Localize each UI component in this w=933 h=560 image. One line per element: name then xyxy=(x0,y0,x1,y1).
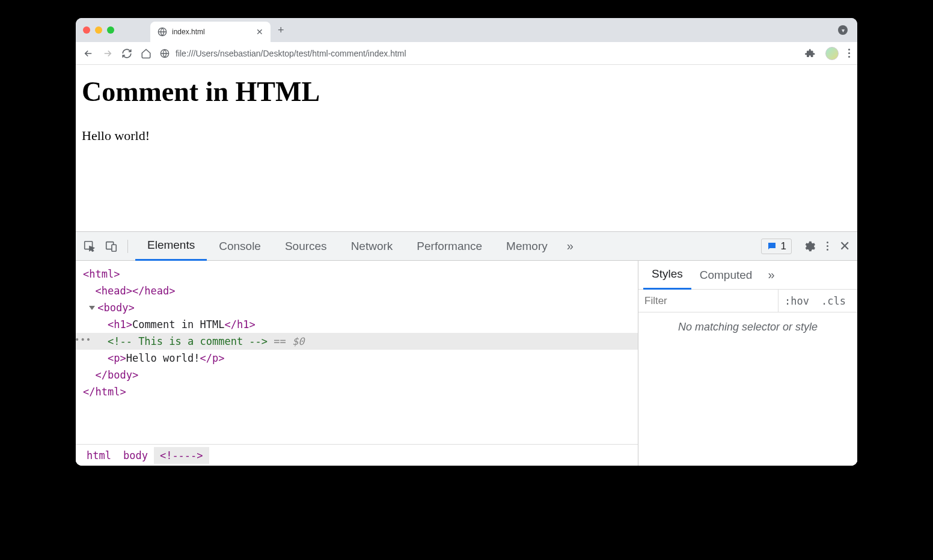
dom-tree[interactable]: <html> <head></head> <body> <h1>Comment … xyxy=(76,261,638,444)
devtools-body: <html> <head></head> <body> <h1>Comment … xyxy=(76,261,857,466)
globe-icon xyxy=(158,27,167,37)
more-tabs-icon[interactable]: » xyxy=(560,239,581,253)
no-match-message: No matching selector or style xyxy=(638,312,857,342)
dom-node-html[interactable]: <html> xyxy=(83,266,631,282)
add-rule-icon[interactable]: + xyxy=(852,294,857,308)
address-bar: file:///Users/nsebastian/Desktop/test/ht… xyxy=(76,42,857,65)
dom-node-body[interactable]: <body> xyxy=(83,299,631,316)
traffic-lights xyxy=(83,26,114,34)
tab-performance[interactable]: Performance xyxy=(405,232,494,261)
inspect-element-icon[interactable] xyxy=(83,240,96,253)
close-devtools-icon[interactable]: ✕ xyxy=(839,239,850,254)
url-bar[interactable]: file:///Users/nsebastian/Desktop/test/ht… xyxy=(160,49,797,58)
crumb-html[interactable]: html xyxy=(81,447,117,464)
extension-icons xyxy=(805,47,850,60)
site-info-icon[interactable] xyxy=(160,49,170,58)
svg-rect-4 xyxy=(112,245,116,251)
maximize-window-button[interactable] xyxy=(107,26,114,34)
dom-node-head[interactable]: <head></head> xyxy=(83,282,631,299)
forward-button[interactable] xyxy=(102,48,113,59)
tab-title: index.html xyxy=(172,28,205,36)
styles-panel: Styles Computed » :hov .cls + ◀ No match… xyxy=(638,261,857,466)
browser-menu-icon[interactable] xyxy=(848,49,850,58)
tab-computed[interactable]: Computed xyxy=(691,261,761,290)
dom-node-comment-selected[interactable]: ••• <!-- This is a comment --> == $0 xyxy=(76,333,638,350)
dom-node-p[interactable]: <p>Hello world!</p> xyxy=(83,350,631,367)
settings-icon[interactable] xyxy=(803,240,816,253)
tab-sources[interactable]: Sources xyxy=(273,232,339,261)
url-text: file:///Users/nsebastian/Desktop/test/ht… xyxy=(176,49,406,58)
dom-node-h1[interactable]: <h1>Comment in HTML</h1> xyxy=(83,316,631,333)
devtools-menu-icon[interactable] xyxy=(827,242,828,251)
styles-tab-bar: Styles Computed » xyxy=(638,261,857,290)
more-styles-tabs-icon[interactable]: » xyxy=(760,268,782,282)
new-tab-button[interactable]: + xyxy=(278,24,284,37)
home-button[interactable] xyxy=(141,48,151,59)
tab-styles[interactable]: Styles xyxy=(643,261,691,290)
devtools-panel: Elements Console Sources Network Perform… xyxy=(76,231,857,466)
chevron-down-icon[interactable] xyxy=(89,306,95,310)
tab-elements[interactable]: Elements xyxy=(135,232,207,261)
back-button[interactable] xyxy=(83,48,94,59)
elements-panel: <html> <head></head> <body> <h1>Comment … xyxy=(76,261,638,466)
styles-filter-input[interactable] xyxy=(638,290,779,312)
browser-tab[interactable]: index.html ✕ xyxy=(150,22,271,42)
dom-node-html-close[interactable]: </html> xyxy=(83,383,631,400)
cls-button[interactable]: .cls xyxy=(815,295,852,307)
more-actions-icon[interactable]: ••• xyxy=(76,333,91,347)
device-toolbar-icon[interactable] xyxy=(105,240,118,253)
crumb-body[interactable]: body xyxy=(117,447,154,464)
devtools-tab-bar: Elements Console Sources Network Perform… xyxy=(76,232,857,261)
message-count: 1 xyxy=(781,240,786,252)
dom-node-body-close[interactable]: </body> xyxy=(83,367,631,383)
minimize-window-button[interactable] xyxy=(95,26,102,34)
close-window-button[interactable] xyxy=(83,26,90,34)
page-paragraph: Hello world! xyxy=(82,128,851,144)
crumb-comment[interactable]: <!--​--> xyxy=(154,447,209,464)
tab-memory[interactable]: Memory xyxy=(494,232,560,261)
close-tab-icon[interactable]: ✕ xyxy=(256,27,263,37)
tab-network[interactable]: Network xyxy=(339,232,405,261)
browser-window: index.html ✕ + ▾ file:///Users/nsebastia… xyxy=(76,18,857,466)
hov-button[interactable]: :hov xyxy=(779,295,815,307)
page-content: Comment in HTML Hello world! xyxy=(76,65,857,231)
styles-toolbar: :hov .cls + ◀ xyxy=(638,290,857,312)
profile-avatar[interactable] xyxy=(825,47,839,60)
tab-bar: index.html ✕ + ▾ xyxy=(76,18,857,42)
breadcrumb: html body <!--​--> xyxy=(76,444,638,466)
extensions-icon[interactable] xyxy=(805,48,816,59)
tab-console[interactable]: Console xyxy=(207,232,273,261)
reload-button[interactable] xyxy=(121,48,132,59)
messages-badge[interactable]: 1 xyxy=(761,239,792,254)
page-heading: Comment in HTML xyxy=(82,76,851,108)
window-menu-icon[interactable]: ▾ xyxy=(838,25,848,35)
